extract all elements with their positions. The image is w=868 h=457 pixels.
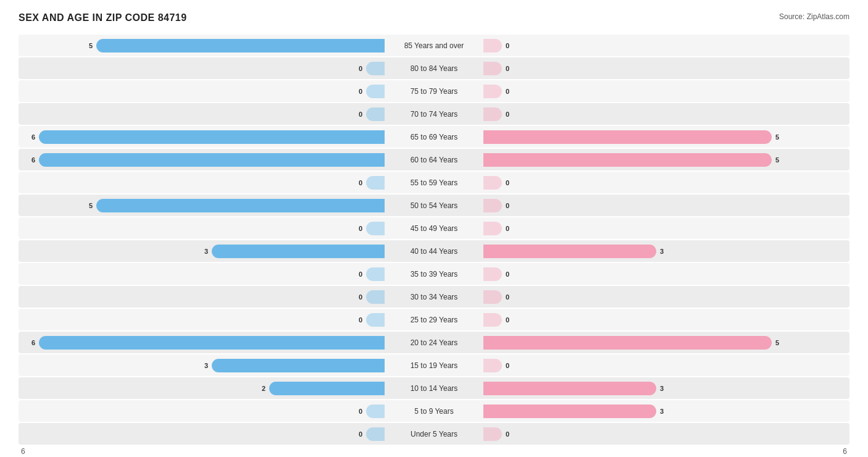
axis-right: 6 (843, 447, 847, 456)
bar-row: 665 to 69 Years5 (19, 126, 849, 148)
male-bar-wrap: 2 (19, 382, 385, 395)
bar-row: 070 to 74 Years0 (19, 103, 849, 125)
age-group-label: 75 to 79 Years (385, 87, 483, 96)
female-section: 0 (483, 354, 849, 376)
female-section: 3 (483, 400, 849, 422)
bar-row: 025 to 29 Years0 (19, 309, 849, 330)
female-value: 5 (775, 133, 784, 141)
male-bar (366, 176, 385, 190)
female-bar-wrap: 0 (483, 107, 849, 121)
male-value: 0 (354, 111, 362, 118)
female-section: 0 (483, 35, 849, 56)
female-value: 0 (506, 430, 514, 438)
female-bar (483, 245, 656, 258)
male-bar (366, 427, 385, 441)
male-bar (212, 359, 385, 372)
female-bar-wrap: 0 (483, 62, 849, 75)
female-section: 5 (483, 149, 849, 170)
male-value: 3 (199, 248, 208, 255)
age-group-label: 80 to 84 Years (385, 64, 483, 73)
male-section: 0 (19, 400, 385, 422)
bar-row: 660 to 64 Years5 (19, 149, 849, 170)
female-bar-wrap: 0 (483, 427, 849, 441)
male-section: 2 (19, 377, 385, 399)
male-bar (366, 313, 385, 327)
age-group-label: 30 to 34 Years (385, 293, 483, 301)
male-bar-wrap: 6 (19, 130, 385, 144)
female-bar (483, 313, 502, 327)
female-section: 5 (483, 332, 849, 353)
male-bar (39, 153, 385, 167)
female-section: 0 (483, 263, 849, 285)
male-bar-wrap: 0 (19, 267, 385, 281)
male-bar (269, 382, 385, 395)
male-bar-wrap: 6 (19, 336, 385, 350)
male-section: 5 (19, 195, 385, 216)
age-group-label: 20 to 24 Years (385, 338, 483, 347)
male-section: 0 (19, 423, 385, 445)
female-bar (483, 336, 772, 350)
female-bar-wrap: 3 (483, 405, 849, 418)
age-group-label: 45 to 49 Years (385, 224, 483, 233)
bar-row: 210 to 14 Years3 (19, 377, 849, 399)
male-bar (366, 222, 385, 235)
female-bar (483, 382, 656, 395)
bar-row: 035 to 39 Years0 (19, 263, 849, 285)
bar-row: 045 to 49 Years0 (19, 217, 849, 239)
male-bar (366, 107, 385, 121)
axis-labels: 6 6 (19, 447, 849, 456)
bar-row: 0Under 5 Years0 (19, 423, 849, 445)
male-bar-wrap: 0 (19, 85, 385, 98)
male-value: 0 (354, 293, 362, 301)
male-value: 0 (354, 65, 362, 72)
female-value: 0 (506, 42, 514, 49)
female-section: 0 (483, 309, 849, 330)
female-value: 0 (506, 65, 514, 72)
female-section: 0 (483, 195, 849, 216)
female-section: 0 (483, 57, 849, 79)
male-section: 0 (19, 57, 385, 79)
male-section: 3 (19, 240, 385, 262)
male-value: 6 (27, 133, 35, 141)
age-group-label: 85 Years and over (385, 41, 483, 50)
male-bar-wrap: 0 (19, 176, 385, 190)
chart-title: SEX AND AGE IN ZIP CODE 84719 (19, 12, 187, 23)
female-bar (483, 107, 502, 121)
male-section: 6 (19, 332, 385, 353)
bar-row: 620 to 24 Years5 (19, 332, 849, 353)
female-bar (483, 153, 772, 167)
male-bar (366, 290, 385, 304)
female-bar-wrap: 0 (483, 39, 849, 52)
male-value: 5 (84, 202, 93, 209)
male-bar-wrap: 0 (19, 427, 385, 441)
male-value: 0 (354, 88, 362, 95)
male-section: 0 (19, 80, 385, 102)
male-value: 0 (354, 316, 362, 324)
female-bar (483, 39, 502, 52)
male-bar-wrap: 0 (19, 222, 385, 235)
male-bar-wrap: 0 (19, 290, 385, 304)
female-value: 0 (506, 179, 514, 187)
bar-row: 080 to 84 Years0 (19, 57, 849, 79)
female-bar-wrap: 0 (483, 199, 849, 212)
bar-row: 315 to 19 Years0 (19, 354, 849, 376)
male-value: 0 (354, 408, 362, 415)
male-section: 0 (19, 103, 385, 125)
female-value: 5 (775, 156, 784, 164)
female-value: 0 (506, 111, 514, 118)
male-section: 6 (19, 126, 385, 148)
male-bar-wrap: 0 (19, 62, 385, 75)
age-group-label: 55 to 59 Years (385, 178, 483, 187)
female-bar-wrap: 0 (483, 290, 849, 304)
bar-row: 075 to 79 Years0 (19, 80, 849, 102)
male-bar (39, 336, 385, 350)
bar-row: 055 to 59 Years0 (19, 172, 849, 193)
female-section: 0 (483, 80, 849, 102)
male-value: 0 (354, 430, 362, 438)
age-group-label: 15 to 19 Years (385, 361, 483, 370)
female-value: 3 (660, 408, 669, 415)
male-bar-wrap: 0 (19, 107, 385, 121)
female-section: 5 (483, 126, 849, 148)
female-value: 3 (660, 248, 669, 255)
female-bar (483, 427, 502, 441)
